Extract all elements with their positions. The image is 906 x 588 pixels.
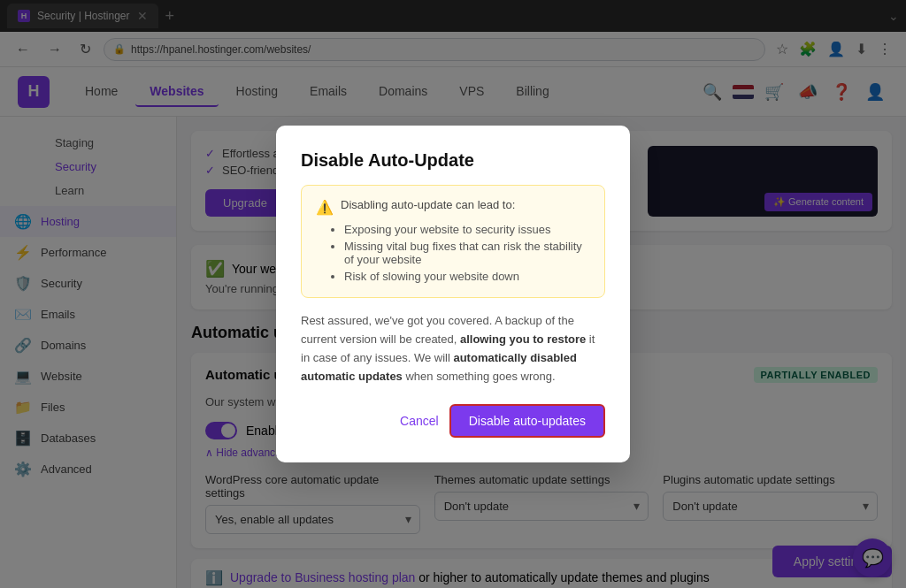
- modal-title: Disable Auto-Update: [301, 150, 605, 171]
- modal-body-text: Rest assured, we've got you covered. A b…: [301, 312, 605, 386]
- modal-overlay: Disable Auto-Update ⚠️ Disabling auto-up…: [0, 0, 906, 588]
- warning-box-header: ⚠️ Disabling auto-update can lead to:: [316, 198, 590, 216]
- warning-box: ⚠️ Disabling auto-update can lead to: Ex…: [301, 185, 605, 298]
- disable-autoupdates-button[interactable]: Disable auto-updates: [449, 404, 605, 438]
- warning-item-3: Risk of slowing your website down: [344, 268, 590, 285]
- cancel-button[interactable]: Cancel: [400, 414, 439, 428]
- modal-actions: Cancel Disable auto-updates: [301, 404, 605, 438]
- warning-icon: ⚠️: [316, 199, 334, 216]
- bold-restore: allowing you to restore: [460, 332, 586, 346]
- bold-disabled: automatically disabled automatic updates: [301, 351, 577, 383]
- warning-item-2: Missing vital bug fixes that can risk th…: [344, 238, 590, 268]
- warning-item-1: Exposing your website to security issues: [344, 221, 590, 238]
- warning-title: Disabling auto-update can lead to:: [341, 198, 515, 211]
- warning-list: Exposing your website to security issues…: [344, 221, 590, 285]
- disable-autoupdate-modal: Disable Auto-Update ⚠️ Disabling auto-up…: [276, 126, 630, 462]
